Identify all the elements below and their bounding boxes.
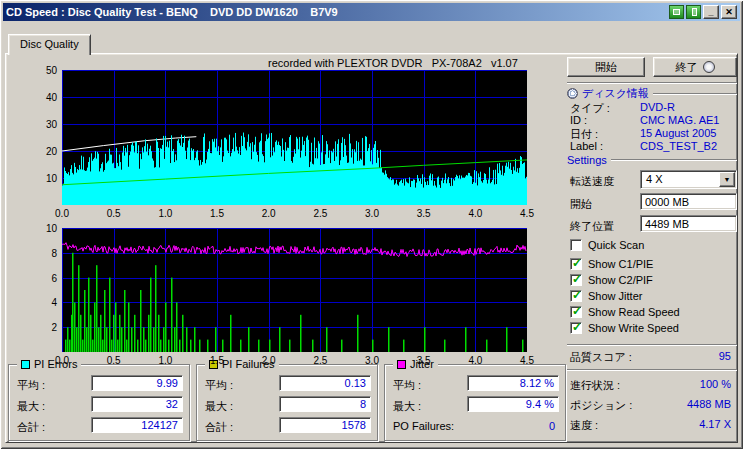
exit-button[interactable]: 終了 <box>653 57 737 77</box>
checkbox-label: Show Jitter <box>588 290 642 302</box>
pi-errors-chart <box>62 70 527 205</box>
legend: Jitter <box>393 358 438 370</box>
quality-score-label: 品質スコア : <box>570 350 632 365</box>
start-position-label: 開始 <box>570 197 592 212</box>
po-failures-value: 0 <box>549 420 555 432</box>
x-tick-label: 0.5 <box>107 208 121 219</box>
x-tick-label: 0.0 <box>55 208 69 219</box>
titlebar-app-icon-2[interactable] <box>686 5 701 19</box>
section-settings: Settings <box>567 154 737 166</box>
max-label: 最大 : <box>17 399 45 414</box>
exit-icon <box>703 61 715 73</box>
x-tick-label: 1.0 <box>158 208 172 219</box>
close-button[interactable]: ✕ <box>721 5 737 19</box>
checkbox-show-write-speed[interactable]: ✓ Show Write Speed <box>570 321 679 335</box>
po-failures-label: PO Failures: <box>393 420 454 432</box>
avg-value: 8.12 % <box>467 375 559 391</box>
check-icon: ✓ <box>572 256 582 270</box>
x-tick-label: 0.5 <box>107 355 121 366</box>
settings-title: Settings <box>567 154 607 166</box>
y-tick-label: 2 <box>51 322 59 333</box>
end-position-label: 終了位置 <box>570 219 614 234</box>
checkbox-show-read-speed[interactable]: ✓ Show Read Speed <box>570 305 680 319</box>
max-label: 最大 : <box>205 399 233 414</box>
quality-score-value: 95 <box>719 350 731 362</box>
position-label: ポジション : <box>570 398 632 413</box>
checkbox-box: ✓ <box>570 239 582 251</box>
checkbox-quick-scan[interactable]: ✓ Quick Scan <box>570 238 644 252</box>
start-position-input[interactable] <box>640 193 737 210</box>
avg-value: 0.13 <box>279 375 371 391</box>
speed-select-value: 4 X <box>646 173 663 185</box>
x-tick-label: 3.5 <box>417 355 431 366</box>
exit-button-label: 終了 <box>676 60 698 75</box>
total-label: 合計 : <box>17 420 45 435</box>
jitter-stats: Jitter 平均 : 8.12 % 最大 : 9.4 % PO Failure… <box>384 364 566 441</box>
checkbox-label: Show C1/PIE <box>588 258 653 270</box>
y-tick-label: 20 <box>46 146 59 157</box>
speed-label: 速度 : <box>570 418 598 433</box>
x-tick-label: 1.0 <box>158 355 172 366</box>
checkbox-box: ✓ <box>570 306 582 318</box>
disc-label-label: Label : <box>570 140 603 152</box>
start-button[interactable]: 開始 <box>567 57 645 77</box>
check-icon: ✓ <box>572 272 582 286</box>
divider <box>611 159 737 161</box>
x-tick-label: 0.0 <box>55 355 69 366</box>
dropdown-arrow-icon[interactable]: ▼ <box>719 172 735 187</box>
window-title: CD Speed : Disc Quality Test - BENQ DVD … <box>6 3 669 21</box>
y-tick-label: 4 <box>51 297 59 308</box>
separator <box>567 369 737 371</box>
disc-date-value: 15 August 2005 <box>640 127 716 139</box>
recorded-with-label: recorded with PLEXTOR DVDR PX-708A2 v1.0… <box>268 57 518 69</box>
checkbox-show-c2-pif[interactable]: ✓ Show C2/PIF <box>570 273 653 287</box>
tab-disc-quality[interactable]: Disc Quality <box>8 34 91 55</box>
titlebar-buttons: _ ✕ <box>669 5 737 19</box>
avg-value: 9.99 <box>91 375 183 391</box>
speed-select[interactable]: 4 X ▼ <box>640 170 737 189</box>
checkbox-box: ✓ <box>570 274 582 286</box>
total-label: 合計 : <box>205 420 233 435</box>
application-window: CD Speed : Disc Quality Test - BENQ DVD … <box>0 0 743 449</box>
tab-label: Disc Quality <box>20 38 79 50</box>
progress-value: 100 % <box>700 378 731 390</box>
titlebar-app-icon-1[interactable] <box>669 5 684 19</box>
x-tick-label: 1.5 <box>210 208 224 219</box>
x-tick-label: 2.0 <box>262 355 276 366</box>
separator <box>567 82 737 84</box>
separator <box>567 344 737 346</box>
x-tick-label: 3.5 <box>417 208 431 219</box>
x-tick-label: 3.0 <box>365 208 379 219</box>
section-disc-info: ディスク情報 <box>567 86 737 101</box>
x-tick-label: 4.5 <box>520 208 534 219</box>
x-tick-label: 4.0 <box>468 208 482 219</box>
checkbox-show-c1-pie[interactable]: ✓ Show C1/PIE <box>570 257 653 271</box>
checkbox-label: Quick Scan <box>588 239 644 251</box>
minimize-button[interactable]: _ <box>703 5 719 19</box>
progress-label: 進行状況 : <box>570 378 620 393</box>
x-tick-label: 4.5 <box>520 355 534 366</box>
checkbox-box: ✓ <box>570 258 582 270</box>
x-tick-label: 2.5 <box>313 355 327 366</box>
x-tick-label: 4.0 <box>468 355 482 366</box>
pi-errors-swatch <box>21 360 30 369</box>
checkbox-show-jitter[interactable]: ✓ Show Jitter <box>570 289 642 303</box>
disc-type-value: DVD-R <box>640 101 675 113</box>
max-value: 8 <box>279 396 371 412</box>
divider <box>653 93 737 95</box>
y-tick-label: 10 <box>46 223 59 234</box>
transfer-speed-label: 転送速度 <box>570 174 614 189</box>
checkbox-label: Show C2/PIF <box>588 274 653 286</box>
disc-icon <box>567 88 578 99</box>
end-position-input[interactable] <box>640 215 737 232</box>
total-value: 124127 <box>91 417 183 433</box>
y-tick-label: 50 <box>46 65 59 76</box>
y-tick-label: 8 <box>51 247 59 258</box>
checkbox-box: ✓ <box>570 322 582 334</box>
avg-label: 平均 : <box>17 378 45 393</box>
max-label: 最大 : <box>393 399 421 414</box>
titlebar[interactable]: CD Speed : Disc Quality Test - BENQ DVD … <box>3 3 740 21</box>
check-icon: ✓ <box>572 304 582 318</box>
max-value: 32 <box>91 396 183 412</box>
avg-label: 平均 : <box>393 378 421 393</box>
